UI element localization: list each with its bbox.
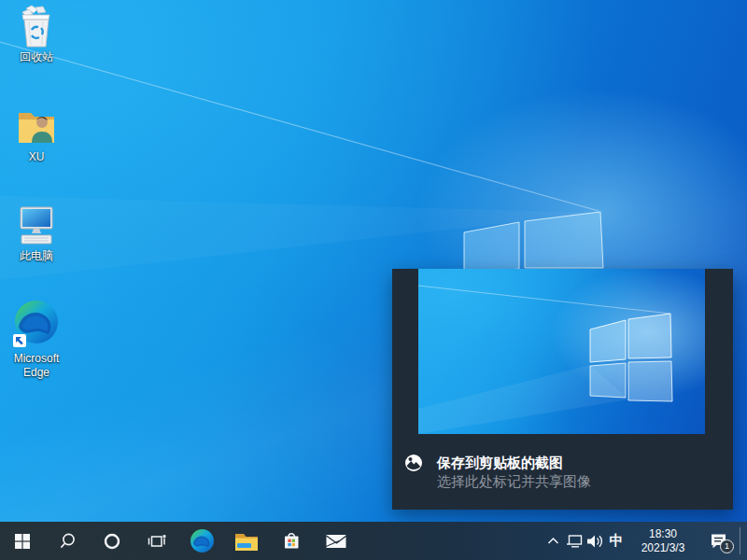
desktop-icon-label: 回收站 bbox=[20, 50, 53, 64]
desktop-icon-label: Microsoft Edge bbox=[5, 352, 68, 380]
thumbnail-wallpaper-graphic bbox=[418, 269, 705, 434]
toast-title: 保存到剪贴板的截图 bbox=[437, 454, 591, 472]
windows-desktop-screen: 回收站 XU 此电脑 bbox=[0, 0, 747, 560]
microsoft-store-button[interactable] bbox=[269, 522, 314, 560]
microsoft-store-icon bbox=[281, 530, 302, 552]
ime-label: 中 bbox=[610, 532, 624, 550]
notification-toast[interactable]: 保存到剪贴板的截图 选择此处标记并共享图像 bbox=[392, 269, 733, 510]
start-button[interactable] bbox=[0, 522, 45, 560]
task-view-icon bbox=[148, 532, 166, 551]
desktop-icon-label: XU bbox=[29, 150, 45, 164]
desktop-icon-recycle-bin[interactable]: 回收站 bbox=[5, 5, 68, 64]
file-explorer-button[interactable] bbox=[224, 522, 269, 560]
screenshot-thumbnail bbox=[418, 269, 705, 434]
tray-clock[interactable]: 18:30 2021/3/3 bbox=[627, 522, 698, 560]
taskbar-empty-area bbox=[359, 522, 542, 560]
tray-show-hidden-icons-button[interactable] bbox=[542, 522, 564, 560]
search-button[interactable] bbox=[45, 522, 90, 560]
chevron-up-icon bbox=[547, 537, 559, 545]
desktop-icon-this-pc[interactable]: 此电脑 bbox=[5, 203, 68, 263]
user-folder-icon bbox=[15, 105, 58, 147]
cortana-button[interactable] bbox=[90, 522, 134, 560]
edge-taskbar-button[interactable] bbox=[179, 522, 224, 560]
mail-icon bbox=[325, 532, 348, 550]
toast-body: 保存到剪贴板的截图 选择此处标记并共享图像 bbox=[392, 434, 733, 510]
action-center-button[interactable]: 1 bbox=[698, 522, 740, 560]
toast-subtitle: 选择此处标记并共享图像 bbox=[437, 472, 591, 491]
desktop-icon-microsoft-edge[interactable]: Microsoft Edge bbox=[5, 299, 68, 380]
network-ethernet-icon bbox=[566, 534, 584, 549]
clock-date: 2021/3/3 bbox=[641, 541, 685, 555]
tray-network-button[interactable] bbox=[564, 522, 585, 560]
file-explorer-icon bbox=[234, 531, 259, 552]
desktop-icon-label: 此电脑 bbox=[20, 249, 53, 263]
this-pc-icon bbox=[15, 203, 58, 246]
task-view-button[interactable] bbox=[134, 522, 179, 560]
microsoft-edge-icon bbox=[190, 528, 215, 553]
tray-ime-indicator[interactable]: 中 bbox=[605, 522, 627, 560]
tray-volume-button[interactable] bbox=[585, 522, 605, 560]
microsoft-edge-icon bbox=[11, 299, 62, 349]
taskbar: 中 18:30 2021/3/3 1 bbox=[0, 522, 747, 560]
notification-count-badge: 1 bbox=[720, 539, 734, 553]
cortana-icon bbox=[103, 532, 121, 551]
recycle-bin-icon bbox=[15, 5, 58, 48]
clock-time: 18:30 bbox=[649, 527, 677, 541]
windows-logo-thumbnail bbox=[590, 314, 672, 401]
show-desktop-button[interactable] bbox=[740, 522, 747, 560]
windows-start-icon bbox=[14, 533, 31, 550]
speaker-icon bbox=[586, 534, 604, 549]
mail-button[interactable] bbox=[314, 522, 359, 560]
screen-snip-icon bbox=[404, 454, 423, 472]
search-icon bbox=[59, 532, 77, 550]
desktop-icon-user-folder[interactable]: XU bbox=[5, 105, 68, 164]
